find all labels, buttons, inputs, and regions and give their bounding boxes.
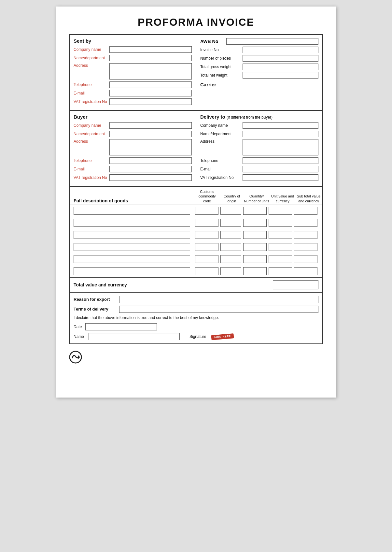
cell-subtotal-2[interactable] (294, 219, 317, 227)
cell-country-4[interactable] (220, 243, 241, 251)
cell-quantity-2[interactable] (243, 219, 267, 227)
cell-quantity-4[interactable] (243, 243, 267, 251)
sb-company-input[interactable] (109, 46, 192, 53)
date-label: Date (74, 325, 85, 329)
signature-group: Signature SIGN HERE (189, 333, 318, 340)
cell-customs-3[interactable] (195, 231, 218, 239)
goods-desc-input-1[interactable] (74, 207, 190, 215)
cell-subtotal-5[interactable] (294, 255, 317, 263)
carrier-section: Carrier (200, 82, 318, 87)
awb-invoice-row: Invoice No (200, 47, 318, 53)
page-title: PROFORMA INVOICE (69, 16, 323, 28)
awb-no-input[interactable] (226, 38, 318, 45)
goods-section: Full description of goods Customs commod… (70, 187, 322, 278)
dt-phone-input[interactable] (243, 157, 318, 164)
cell-unit-4[interactable] (269, 243, 292, 251)
goods-cells-4 (194, 242, 318, 252)
sb-phone-input[interactable] (109, 81, 192, 88)
reason-label: Reason for export (74, 297, 119, 302)
goods-cells-6 (194, 266, 318, 276)
col-header-unit: Unit value and currency (270, 194, 296, 203)
name-input[interactable] (89, 333, 180, 340)
sb-email-input[interactable] (109, 90, 192, 96)
goods-cells-2 (194, 218, 318, 228)
dt-email-row: E-mail (200, 166, 318, 172)
cell-customs-4[interactable] (195, 243, 218, 251)
awb-gross-row: Total gross weight (200, 64, 318, 70)
cell-unit-6[interactable] (269, 267, 292, 275)
dt-namedept-input[interactable] (243, 131, 318, 137)
dt-address-input[interactable] (243, 139, 318, 155)
goods-desc-4 (74, 242, 194, 252)
cell-country-1[interactable] (220, 207, 241, 215)
by-phone-input[interactable] (109, 157, 192, 164)
total-label: Total value and currency (74, 282, 273, 287)
col-header-subtotal: Sub total value and currency (296, 194, 322, 203)
sb-phone-row: Telephone (74, 81, 192, 88)
cell-quantity-5[interactable] (243, 255, 267, 263)
logo-area (69, 351, 323, 364)
cell-quantity-3[interactable] (243, 231, 267, 239)
reason-input[interactable] (119, 296, 318, 303)
terms-input[interactable] (119, 306, 318, 313)
goods-desc-input-5[interactable] (74, 255, 190, 263)
sb-namedept-label: Name/department (74, 56, 109, 60)
goods-row-4 (70, 241, 322, 253)
awb-no-row: AWB No (200, 38, 318, 45)
signature-label: Signature (189, 334, 206, 339)
goods-desc-input-6[interactable] (74, 267, 190, 275)
goods-cells-3 (194, 230, 318, 240)
awb-invoice-input[interactable] (243, 47, 318, 53)
cell-unit-3[interactable] (269, 231, 292, 239)
page: PROFORMA INVOICE Sent by Company name Na… (56, 7, 336, 398)
dt-address-label: Address (200, 139, 243, 144)
cell-quantity-1[interactable] (243, 207, 267, 215)
awb-gross-input[interactable] (243, 64, 318, 70)
date-input[interactable] (85, 323, 157, 330)
dt-company-input[interactable] (243, 122, 318, 129)
by-address-row: Address (74, 139, 192, 155)
sb-namedept-input[interactable] (109, 55, 192, 61)
cell-country-3[interactable] (220, 231, 241, 239)
goods-desc-header: Full description of goods (74, 198, 194, 203)
goods-desc-input-3[interactable] (74, 231, 190, 239)
col-header-customs: Customs commodity code (194, 189, 220, 203)
cell-subtotal-3[interactable] (294, 231, 317, 239)
total-value-input[interactable] (273, 280, 318, 289)
signature-area[interactable]: SIGN HERE (208, 333, 318, 340)
sb-address-input[interactable] (109, 63, 192, 80)
cell-subtotal-1[interactable] (294, 207, 317, 215)
dt-email-input[interactable] (243, 166, 318, 172)
awb-pieces-input[interactable] (243, 55, 318, 62)
goods-desc-5 (74, 254, 194, 264)
delivery-column: Delivery to (if different from the buyer… (196, 111, 322, 186)
by-address-input[interactable] (109, 139, 192, 155)
footer-section: Reason for export Terms of delivery I de… (70, 293, 322, 343)
cell-subtotal-4[interactable] (294, 243, 317, 251)
awb-net-input[interactable] (243, 72, 318, 79)
by-email-input[interactable] (109, 166, 192, 172)
by-vat-input[interactable] (109, 174, 192, 181)
cell-subtotal-6[interactable] (294, 267, 317, 275)
cell-customs-6[interactable] (195, 267, 218, 275)
cell-customs-1[interactable] (195, 207, 218, 215)
cell-unit-5[interactable] (269, 255, 292, 263)
cell-unit-1[interactable] (269, 207, 292, 215)
by-company-input[interactable] (109, 122, 192, 129)
sb-email-label: E-mail (74, 91, 109, 95)
cell-quantity-6[interactable] (243, 267, 267, 275)
sb-address-row: Address (74, 63, 192, 80)
cell-customs-5[interactable] (195, 255, 218, 263)
cell-country-5[interactable] (220, 255, 241, 263)
by-phone-label: Telephone (74, 158, 109, 163)
goods-desc-input-4[interactable] (74, 243, 190, 251)
goods-desc-input-2[interactable] (74, 219, 190, 227)
cell-country-2[interactable] (220, 219, 241, 227)
cell-customs-2[interactable] (195, 219, 218, 227)
cell-unit-2[interactable] (269, 219, 292, 227)
awb-gross-label: Total gross weight (200, 65, 243, 69)
by-namedept-input[interactable] (109, 131, 192, 137)
dt-vat-input[interactable] (243, 174, 318, 181)
sb-vat-input[interactable] (109, 98, 192, 105)
cell-country-6[interactable] (220, 267, 241, 275)
